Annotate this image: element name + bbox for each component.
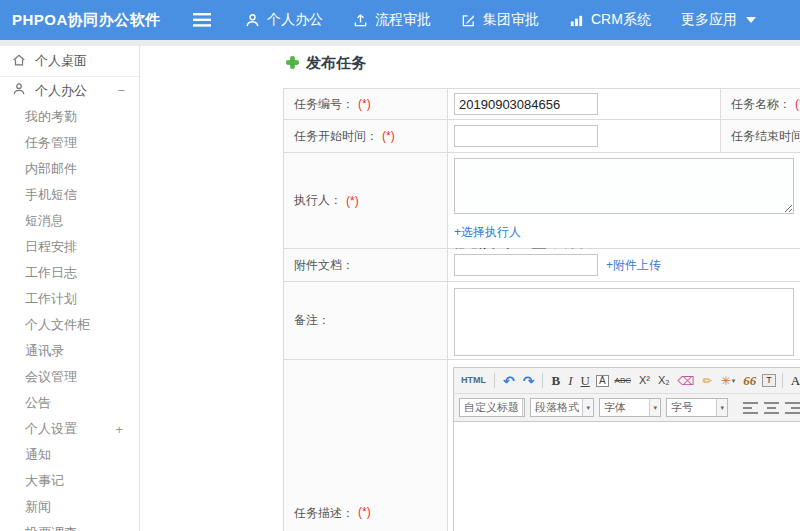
align-right-icon[interactable] <box>785 402 800 414</box>
choose-executor-link[interactable]: +选择执行人 <box>454 225 521 239</box>
paste-as-text-button[interactable]: T <box>762 374 776 387</box>
sidebar-item-label: 工作计划 <box>25 290 77 308</box>
sidebar-item-personal-files[interactable]: 个人文件柜 <box>0 312 139 338</box>
sidebar-item-personal-desktop[interactable]: 个人桌面 <box>0 46 139 77</box>
sidebar-item-personal-settings[interactable]: 个人设置 + <box>0 416 139 442</box>
toolbar-separator <box>494 373 495 388</box>
sidebar-item-label: 工作日志 <box>25 264 77 282</box>
bar-chart-icon <box>569 13 584 28</box>
format-brush-icon[interactable]: ✏ <box>701 375 715 387</box>
required-mark: (*) <box>795 97 800 111</box>
remark-textarea[interactable] <box>454 288 794 356</box>
attachment-row: 附件文档： +附件上传 <box>284 249 800 282</box>
underline-button[interactable]: U <box>578 374 591 387</box>
nav-label: 个人办公 <box>267 11 323 29</box>
sidebar-item-my-attendance[interactable]: 我的考勤 <box>0 104 139 130</box>
top-bar: PHPOA协同办公软件 个人办公 流程审批 集团审批 CRM系统 <box>0 0 800 40</box>
sidebar-item-label: 个人桌面 <box>35 52 87 70</box>
align-left-icon[interactable] <box>743 402 758 414</box>
sidebar-item-work-plan[interactable]: 工作计划 <box>0 286 139 312</box>
sidebar: 个人桌面 个人办公 − 我的考勤 任务管理 内部邮件 手机短信 短消息 日程安排… <box>0 46 140 531</box>
page-title-text: 发布任务 <box>306 54 366 73</box>
subscript-button[interactable]: X₂ <box>656 375 672 386</box>
sidebar-item-internal-mail[interactable]: 内部邮件 <box>0 156 139 182</box>
html-source-button[interactable]: HTML <box>459 376 488 385</box>
blockquote-button[interactable]: 66 <box>741 374 758 387</box>
sidebar-item-label: 短消息 <box>25 212 64 230</box>
highlight-color-button[interactable]: ✳ ▾ <box>719 375 738 387</box>
start-time-input[interactable] <box>454 125 598 147</box>
sidebar-item-work-log[interactable]: 工作日志 <box>0 260 139 286</box>
attachment-upload-link[interactable]: +附件上传 <box>606 257 661 274</box>
bold-button[interactable]: B <box>549 374 562 387</box>
sidebar-item-announcement[interactable]: 公告 <box>0 390 139 416</box>
sidebar-item-vote[interactable]: 投票调查 <box>0 520 139 531</box>
caret-down-icon: ▾ <box>716 399 727 416</box>
caret-down-icon <box>746 17 756 24</box>
task-number-label: 任务编号： (*) <box>284 89 448 119</box>
end-time-label: 任务结束时间： (*) <box>720 120 800 152</box>
person-icon <box>245 13 260 28</box>
sidebar-item-label: 手机短信 <box>25 186 77 204</box>
expand-plus-icon[interactable]: + <box>115 422 123 437</box>
sidebar-item-notice[interactable]: 通知 <box>0 442 139 468</box>
font-family-select[interactable]: 字体 ▾ <box>599 398 661 417</box>
sidebar-item-label: 公告 <box>25 394 51 412</box>
editor-content-area[interactable] <box>453 422 800 531</box>
page-title: 发布任务 <box>286 54 366 73</box>
executor-textarea[interactable] <box>454 158 794 214</box>
eraser-icon[interactable]: ⌫ <box>676 375 697 387</box>
custom-heading-select[interactable]: 自定义标题 ▾ <box>459 398 525 417</box>
font-style-box-button[interactable]: A <box>596 375 609 387</box>
task-number-row: 任务编号： (*) 任务名称： (*) <box>284 89 800 120</box>
collapse-minus-icon[interactable]: − <box>117 83 125 98</box>
nav-more-apps[interactable]: 更多应用 <box>666 0 771 40</box>
sidebar-group-personal-office[interactable]: 个人办公 − <box>0 77 139 104</box>
font-size-select[interactable]: 字号 ▾ <box>666 398 728 417</box>
undo-icon[interactable]: ↶ <box>501 374 517 388</box>
paragraph-format-select[interactable]: 段落格式 ▾ <box>530 398 594 417</box>
caret-down-icon: ▾ <box>582 399 593 416</box>
sidebar-item-label: 我的考勤 <box>25 108 77 126</box>
task-number-input[interactable] <box>454 93 598 115</box>
sidebar-item-task-management[interactable]: 任务管理 <box>0 130 139 156</box>
top-navigation: 个人办公 流程审批 集团审批 CRM系统 更多应用 <box>230 0 771 40</box>
sidebar-item-contacts[interactable]: 通讯录 <box>0 338 139 364</box>
sidebar-item-label: 通讯录 <box>25 342 64 360</box>
sidebar-item-label: 个人文件柜 <box>25 316 90 334</box>
sidebar-item-label: 会议管理 <box>25 368 77 386</box>
nav-group-approval[interactable]: 集团审批 <box>446 0 554 40</box>
sidebar-item-short-message[interactable]: 短消息 <box>0 208 139 234</box>
sidebar-item-label: 个人设置 <box>25 420 77 438</box>
sidebar-item-mobile-sms[interactable]: 手机短信 <box>0 182 139 208</box>
nav-label: CRM系统 <box>591 11 651 29</box>
remark-label: 备注： <box>284 282 448 359</box>
italic-button[interactable]: I <box>566 374 574 387</box>
description-label: 任务描述： (*) <box>284 360 448 531</box>
align-center-icon[interactable] <box>764 402 779 414</box>
superscript-button[interactable]: X² <box>637 375 652 386</box>
flow-approval-icon <box>353 13 368 28</box>
required-mark: (*) <box>358 97 371 111</box>
hamburger-menu-icon[interactable] <box>192 10 212 30</box>
sidebar-item-news[interactable]: 新闻 <box>0 494 139 520</box>
nav-personal-office[interactable]: 个人办公 <box>230 0 338 40</box>
caret-down-icon: ▾ <box>649 399 660 416</box>
font-color-button[interactable]: A ▾ <box>789 374 800 387</box>
strikethrough-button[interactable]: ABC <box>613 377 633 385</box>
add-plus-icon <box>286 55 299 72</box>
sidebar-item-major-events[interactable]: 大事记 <box>0 468 139 494</box>
task-time-row: 任务开始时间： (*) 任务结束时间： (*) <box>284 120 800 153</box>
toolbar-separator <box>782 373 783 388</box>
sidebar-item-schedule[interactable]: 日程安排 <box>0 234 139 260</box>
sidebar-item-meeting-management[interactable]: 会议管理 <box>0 364 139 390</box>
editor-toolbar-row2: 自定义标题 ▾ 段落格式 ▾ 字体 ▾ 字号 ▾ <box>453 394 800 422</box>
nav-workflow-approval[interactable]: 流程审批 <box>338 0 446 40</box>
attachment-input[interactable] <box>454 254 598 276</box>
home-icon <box>12 53 26 70</box>
required-mark: (*) <box>358 505 371 522</box>
required-mark: (*) <box>382 129 395 143</box>
app-logo: PHPOA协同办公软件 <box>12 11 180 30</box>
nav-crm-system[interactable]: CRM系统 <box>554 0 666 40</box>
redo-icon[interactable]: ↷ <box>521 374 537 388</box>
